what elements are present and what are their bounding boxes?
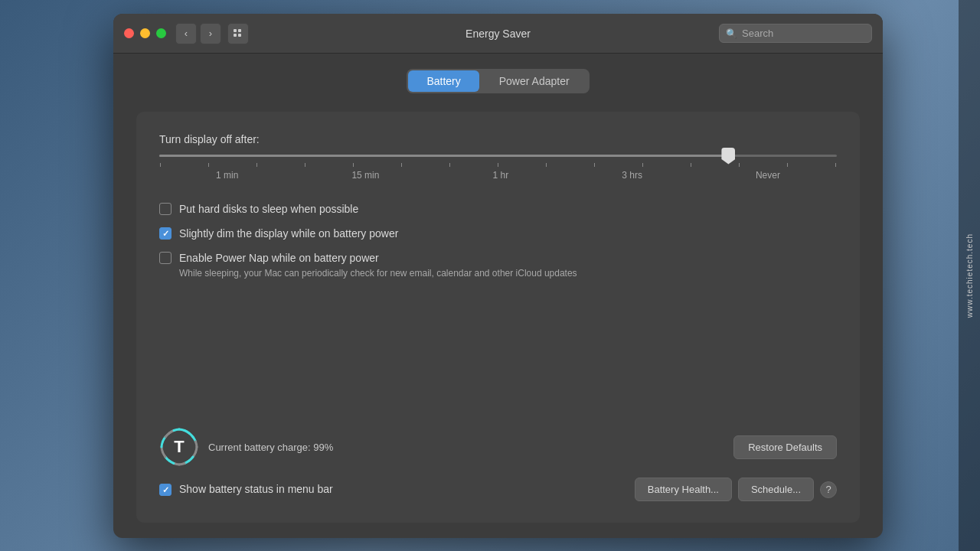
tick-10 xyxy=(594,163,595,167)
logo-area: T Current battery charge: 99% xyxy=(159,427,333,467)
svg-rect-2 xyxy=(234,34,237,37)
slider-label-15min: 15 min xyxy=(351,170,379,181)
power-nap-label-area: Enable Power Nap while on battery power … xyxy=(179,251,577,279)
show-battery-label: Show battery status in menu bar xyxy=(179,482,333,496)
settings-panel: Turn display off after: xyxy=(136,112,860,523)
grid-button[interactable] xyxy=(227,23,249,44)
help-button[interactable]: ? xyxy=(820,481,837,498)
minimize-button[interactable] xyxy=(140,28,150,38)
tick-4 xyxy=(305,163,305,167)
tick-12 xyxy=(691,163,691,167)
show-battery-row: Show battery status in menu bar xyxy=(159,482,333,496)
slider-track xyxy=(159,155,837,157)
tick-11 xyxy=(642,163,643,167)
bottom-buttons: Battery Health... Schedule... ? xyxy=(635,478,837,501)
tab-battery[interactable]: Battery xyxy=(408,70,479,92)
dim-display-checkbox[interactable] xyxy=(159,227,172,240)
maximize-button[interactable] xyxy=(156,28,166,38)
slider-label-1min: 1 min xyxy=(216,170,238,181)
slider-thumb[interactable] xyxy=(721,148,735,165)
bottom-row: Show battery status in menu bar Battery … xyxy=(159,478,837,501)
power-nap-sublabel: While sleeping, your Mac can periodicall… xyxy=(179,267,577,280)
checkbox-row-power-nap: Enable Power Nap while on battery power … xyxy=(159,251,837,279)
logo-circle: T xyxy=(159,427,199,467)
back-button[interactable]: ‹ xyxy=(175,23,197,44)
tick-3 xyxy=(256,163,257,167)
power-nap-checkbox[interactable] xyxy=(159,252,172,264)
battery-health-button[interactable]: Battery Health... xyxy=(635,478,732,501)
dim-display-label-area: Slightly dim the display while on batter… xyxy=(179,227,398,240)
tick-9 xyxy=(546,163,547,167)
power-nap-label: Enable Power Nap while on battery power xyxy=(179,251,577,265)
checkbox-row-hard-disks: Put hard disks to sleep when possible xyxy=(159,202,837,216)
forward-button[interactable]: › xyxy=(200,23,221,44)
battery-charge-text: Current battery charge: 99% xyxy=(208,442,333,453)
slider-label: Turn display off after: xyxy=(159,133,837,145)
checkbox-row-dim-display: Slightly dim the display while on batter… xyxy=(159,227,837,240)
tabs: Battery Power Adapter xyxy=(136,69,860,93)
show-battery-checkbox[interactable] xyxy=(159,484,172,496)
checkboxes: Put hard disks to sleep when possible Sl… xyxy=(159,202,837,279)
slider-container[interactable] xyxy=(159,155,837,157)
watermark: www.techietech.tech xyxy=(959,0,980,551)
logo-t: T xyxy=(174,437,184,457)
svg-rect-3 xyxy=(238,34,241,37)
traffic-lights xyxy=(124,28,166,38)
tick-8 xyxy=(498,163,498,167)
slider-section: Turn display off after: xyxy=(159,133,837,181)
tick-2 xyxy=(208,163,209,167)
title-bar: ‹ › Energy Saver 🔍 xyxy=(113,14,883,54)
content-area: Battery Power Adapter Turn display off a… xyxy=(113,54,883,538)
tab-group: Battery Power Adapter xyxy=(407,69,589,93)
window-title: Energy Saver xyxy=(466,28,531,40)
slider-labels: 1 min 15 min 1 hr 3 hrs Never xyxy=(159,170,837,181)
search-box[interactable]: 🔍 xyxy=(719,24,872,43)
svg-rect-0 xyxy=(234,29,237,32)
ticks-row xyxy=(159,163,837,167)
tab-power-adapter[interactable]: Power Adapter xyxy=(481,70,588,92)
slider-label-3hrs: 3 hrs xyxy=(622,170,642,181)
slider-label-1hr: 1 hr xyxy=(492,170,508,181)
tick-6 xyxy=(401,163,402,167)
close-button[interactable] xyxy=(124,28,134,38)
tick-13 xyxy=(739,163,740,167)
tick-15 xyxy=(835,163,836,167)
hard-disks-label-area: Put hard disks to sleep when possible xyxy=(179,202,358,216)
schedule-button[interactable]: Schedule... xyxy=(738,478,814,501)
hard-disks-checkbox[interactable] xyxy=(159,203,172,215)
tick-5 xyxy=(353,163,354,167)
slider-fill xyxy=(159,155,728,157)
search-input[interactable] xyxy=(742,28,865,39)
watermark-text: www.techietech.tech xyxy=(965,233,974,318)
tick-1 xyxy=(160,163,161,167)
nav-buttons: ‹ › xyxy=(175,23,249,44)
tick-7 xyxy=(449,163,450,167)
svg-rect-1 xyxy=(238,29,241,32)
search-icon: 🔍 xyxy=(726,28,737,39)
battery-info-row: T Current battery charge: 99% Restore De… xyxy=(159,427,837,467)
restore-defaults-button[interactable]: Restore Defaults xyxy=(733,435,837,459)
dim-display-label: Slightly dim the display while on batter… xyxy=(179,227,398,240)
slider-label-never: Never xyxy=(756,170,780,181)
tick-14 xyxy=(787,163,788,167)
hard-disks-label: Put hard disks to sleep when possible xyxy=(179,202,358,216)
bottom-section: T Current battery charge: 99% Restore De… xyxy=(159,412,837,501)
energy-saver-window: ‹ › Energy Saver 🔍 Battery Power Adapter xyxy=(113,14,883,538)
